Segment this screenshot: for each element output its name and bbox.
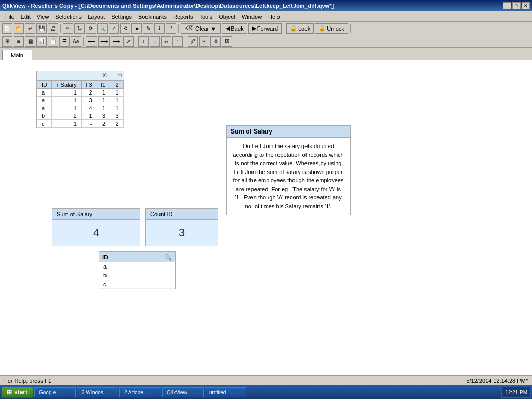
menu-edit[interactable]: Edit <box>18 13 34 20</box>
lock-button[interactable]: 🔒 Lock <box>286 23 314 34</box>
taskbar-item-windows[interactable]: 2 Windos... <box>77 387 118 397</box>
table-cell: 2 <box>81 89 97 97</box>
table-cell: 1 <box>110 104 124 112</box>
listbox-search-icon[interactable]: 🔍 <box>164 254 172 261</box>
col-id[interactable]: ID <box>37 81 52 89</box>
col-l2[interactable]: l2 <box>110 81 124 89</box>
clear-button[interactable]: ⌫ Clear ▼ <box>181 23 221 34</box>
menu-selections[interactable]: Selections <box>52 13 85 20</box>
list-item[interactable]: a <box>99 262 175 271</box>
tb2-btn9[interactable]: ⟶ <box>98 36 110 47</box>
reload-button[interactable]: ↻ <box>74 23 85 34</box>
col-salary[interactable]: ↑ Salary <box>52 81 82 89</box>
save-button[interactable]: 💾 <box>36 23 47 34</box>
table-cell: b <box>37 112 52 120</box>
refresh-button[interactable]: ⟲ <box>120 23 130 34</box>
tb2-btn3[interactable]: ▦ <box>25 36 35 47</box>
clear-label: Clear <box>195 25 209 32</box>
kpi-salary-title: Sum of Salary <box>52 209 140 220</box>
tb2-btn7[interactable]: Aa <box>71 36 81 47</box>
close-button[interactable]: ✕ <box>522 2 530 9</box>
minimize-button[interactable]: ─ <box>503 2 511 9</box>
toolbar-1: 📄 📂 ↩ 💾 🖨 ✏ ↻ ⟳ 🔍 ✓ ⟲ ★ ✎ ℹ ? ⌫ Clear ▼ … <box>0 22 532 35</box>
table-cell: 3 <box>81 97 97 104</box>
separator-2 <box>178 24 179 33</box>
list-item[interactable]: c <box>99 280 175 289</box>
tb2-btn1[interactable]: ⊞ <box>2 36 12 47</box>
menu-window[interactable]: Window <box>238 13 265 20</box>
start-icon: ⊞ <box>7 389 12 396</box>
checkmark-button[interactable]: ✓ <box>109 23 119 34</box>
edit2-button[interactable]: ✎ <box>143 23 153 34</box>
table-cell: 4 <box>81 104 97 112</box>
info-title: Sum of Salary <box>227 126 350 138</box>
menu-settings[interactable]: Settings <box>108 13 135 20</box>
unlock-button[interactable]: 🔓 Unlock <box>315 23 348 34</box>
excel-icon[interactable]: XL <box>102 73 109 78</box>
tb2-btn19[interactable]: 🖥 <box>222 36 232 47</box>
separator-3 <box>284 24 284 33</box>
info-textbox: Sum of Salary On Left Join the salary ge… <box>226 125 351 215</box>
tb2-btn6[interactable]: ☰ <box>59 36 70 47</box>
table-row: c1-22 <box>37 120 124 128</box>
taskbar-item-adobe[interactable]: 2 Adobe ... <box>119 387 161 397</box>
edit-button[interactable]: ✏ <box>63 23 73 34</box>
new-button[interactable]: 📄 <box>2 23 12 34</box>
taskbar-item-qlikview[interactable]: QlikView - ... <box>162 387 204 397</box>
tb2-btn14[interactable]: ⇔ <box>161 36 171 47</box>
kpi-count-widget: Count ID 3 <box>145 208 218 246</box>
list-item[interactable]: b <box>99 271 175 280</box>
menu-help[interactable]: Help <box>265 13 283 20</box>
tb2-btn12[interactable]: ↕ <box>138 36 149 47</box>
print-button[interactable]: 🖨 <box>48 23 58 34</box>
menu-view[interactable]: View <box>34 13 52 20</box>
start-button[interactable]: ⊞ start <box>1 387 33 398</box>
col-l1[interactable]: l1 <box>97 81 110 89</box>
taskbar-item-untitled[interactable]: untitled - ... <box>205 387 246 397</box>
undo-button[interactable]: ↩ <box>25 23 35 34</box>
tab-main[interactable]: Main <box>2 50 32 60</box>
tb2-btn8[interactable]: ⟵ <box>86 36 97 47</box>
minimize-widget-icon[interactable]: — <box>111 73 116 78</box>
table-row: a1211 <box>37 89 124 97</box>
menu-layout[interactable]: Layout <box>85 13 108 20</box>
eraser-icon: ⌫ <box>185 25 194 32</box>
table-cell: 2 <box>97 120 110 128</box>
table-cell: 1 <box>110 89 124 97</box>
help-button[interactable]: ? <box>166 23 176 34</box>
menu-bookmarks[interactable]: Bookmarks <box>135 13 170 20</box>
tb2-btn16[interactable]: 🖊 <box>188 36 198 47</box>
tb2-btn17[interactable]: ✂ <box>199 36 209 47</box>
tb2-btn4[interactable]: 📊 <box>36 36 47 47</box>
menu-tools[interactable]: Tools <box>196 13 216 20</box>
favorite-button[interactable]: ★ <box>131 23 142 34</box>
tb2-btn2[interactable]: ≡ <box>14 36 24 47</box>
taskbar-item-google[interactable]: Google <box>34 387 76 397</box>
kpi-count-value: 3 <box>146 220 218 246</box>
system-tray: 12:21 PM <box>501 387 531 398</box>
tb2-btn5[interactable]: 📋 <box>48 36 58 47</box>
menu-reports[interactable]: Reports <box>170 13 196 20</box>
maximize-widget-icon[interactable]: □ <box>118 73 122 78</box>
separator-4 <box>350 24 351 33</box>
tab-container: Main <box>0 48 532 60</box>
tb2-btn13[interactable]: ↔ <box>150 36 160 47</box>
menu-file[interactable]: File <box>2 13 18 20</box>
table-cell: 1 <box>97 104 110 112</box>
open-button[interactable]: 📂 <box>14 23 24 34</box>
col-f3[interactable]: F3 <box>81 81 97 89</box>
partial-reload-button[interactable]: ⟳ <box>86 23 96 34</box>
tb2-btn11[interactable]: ⤢ <box>123 36 134 47</box>
maximize-button[interactable]: □ <box>512 2 521 9</box>
tb2-sep1 <box>83 37 84 46</box>
tb2-btn18[interactable]: ⚙ <box>210 36 221 47</box>
forward-button[interactable]: ▶ Forward <box>248 23 282 34</box>
status-datetime: 5/12/2014 12:14:28 PM* <box>466 378 528 384</box>
info-button[interactable]: ℹ <box>154 23 165 34</box>
search-button[interactable]: 🔍 <box>97 23 108 34</box>
menu-object[interactable]: Object <box>216 13 238 20</box>
unlock-label: Unlock <box>327 25 344 32</box>
tb2-btn15[interactable]: ≑ <box>172 36 183 47</box>
back-button[interactable]: ◀ Back <box>222 23 247 34</box>
tb2-btn10[interactable]: ⟷ <box>111 36 122 47</box>
